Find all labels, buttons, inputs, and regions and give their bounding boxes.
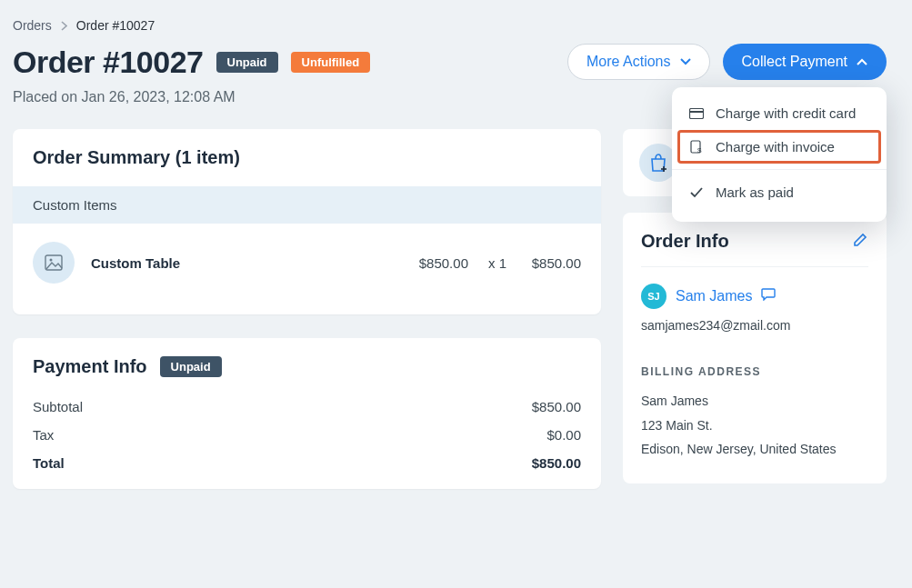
customer-email: samjames234@zmail.com (641, 318, 868, 333)
chat-icon[interactable] (761, 288, 776, 304)
item-name: Custom Table (91, 255, 397, 271)
payment-info-title: Payment Info (33, 356, 147, 377)
collect-payment-button[interactable]: Collect Payment (723, 44, 887, 80)
chevron-right-icon (61, 21, 67, 31)
page-header: Order #10027 Unpaid Unfulfilled More Act… (13, 44, 887, 80)
order-summary-title: Order Summary (1 item) (33, 147, 581, 168)
order-info-title: Order Info (641, 231, 729, 252)
more-actions-button[interactable]: More Actions (567, 44, 709, 80)
svg-rect-0 (690, 108, 704, 118)
credit-card-icon (688, 108, 705, 119)
dropdown-charge-credit[interactable]: Charge with credit card (672, 96, 887, 130)
status-badge-payment: Unpaid (216, 52, 278, 73)
total-value: $850.00 (532, 455, 581, 471)
payment-info-card: Payment Info Unpaid Subtotal $850.00 Tax… (13, 338, 601, 489)
breadcrumb-root[interactable]: Orders (13, 18, 52, 33)
image-icon (45, 254, 63, 271)
invoice-icon: $ (688, 140, 705, 154)
customer-row[interactable]: SJ Sam James (641, 284, 868, 309)
tax-value: $0.00 (546, 427, 581, 443)
dropdown-charge-invoice-label: Charge with invoice (716, 139, 835, 154)
dropdown-mark-paid[interactable]: Mark as paid (672, 175, 887, 209)
dropdown-charge-credit-label: Charge with credit card (716, 105, 856, 121)
collect-payment-label: Collect Payment (742, 54, 848, 70)
subtotal-value: $850.00 (532, 399, 581, 414)
dropdown-charge-invoice[interactable]: $ Charge with invoice (677, 130, 881, 164)
edit-order-info-button[interactable] (852, 232, 868, 252)
tax-label: Tax (33, 427, 54, 443)
custom-items-header: Custom Items (13, 186, 601, 224)
payment-row-tax: Tax $0.00 (33, 427, 581, 443)
payment-row-total: Total $850.00 (33, 455, 581, 471)
billing-street: 123 Main St. (641, 414, 868, 438)
chevron-down-icon (680, 58, 691, 65)
order-info-card: Order Info SJ Sam James samjames234@zmai… (623, 213, 887, 483)
status-badge-fulfillment: Unfulfilled (291, 52, 371, 73)
svg-rect-1 (690, 111, 704, 113)
billing-address-label: BILLING ADDRESS (641, 365, 868, 378)
svg-point-5 (50, 259, 53, 262)
item-thumb-placeholder (33, 242, 75, 284)
customer-name: Sam James (676, 288, 752, 304)
billing-city-state: Edison, New Jersey, United States (641, 437, 868, 462)
item-unit-price: $850.00 (414, 255, 468, 271)
payment-row-subtotal: Subtotal $850.00 (33, 399, 581, 414)
page-title: Order #10027 (13, 45, 204, 80)
chevron-up-icon (857, 58, 867, 65)
collect-payment-dropdown: Charge with credit card $ Charge with in… (672, 87, 887, 222)
order-summary-card: Order Summary (1 item) Custom Items Cust… (13, 129, 601, 314)
dropdown-mark-paid-label: Mark as paid (716, 184, 794, 200)
pencil-icon (852, 232, 868, 248)
item-qty: x 1 (488, 255, 506, 271)
more-actions-label: More Actions (586, 54, 670, 70)
avatar: SJ (641, 284, 666, 309)
breadcrumb: Orders Order #10027 (13, 18, 887, 33)
order-item-row: Custom Table $850.00 x 1 $850.00 (13, 224, 601, 314)
item-line-total: $850.00 (526, 255, 581, 271)
dropdown-separator (672, 169, 887, 170)
check-icon (688, 187, 705, 198)
breadcrumb-current: Order #10027 (76, 18, 155, 33)
payment-status-badge: Unpaid (160, 356, 222, 377)
total-label: Total (33, 455, 65, 471)
subtotal-label: Subtotal (33, 399, 83, 414)
svg-text:$: $ (697, 146, 702, 154)
billing-name: Sam James (641, 389, 868, 414)
